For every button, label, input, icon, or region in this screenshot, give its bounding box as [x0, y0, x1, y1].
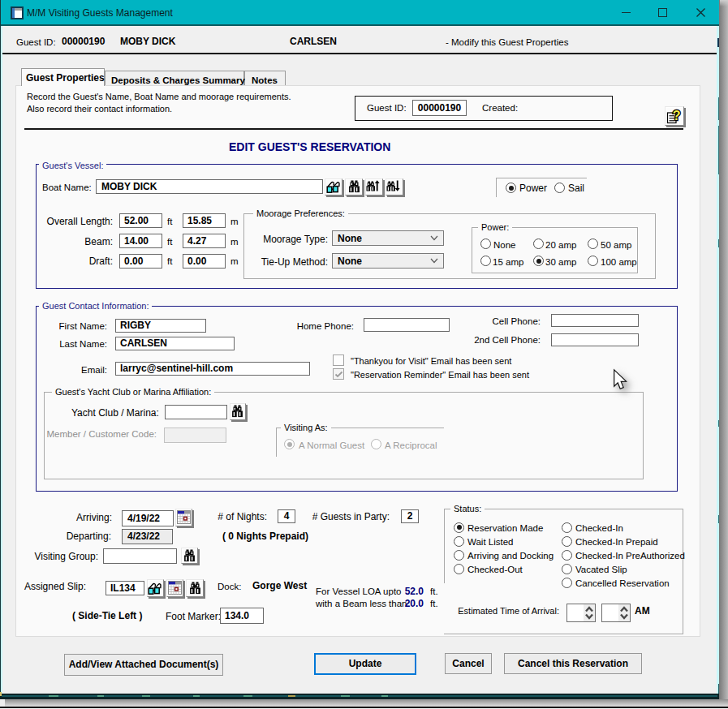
svg-text:?: ? [673, 109, 681, 122]
